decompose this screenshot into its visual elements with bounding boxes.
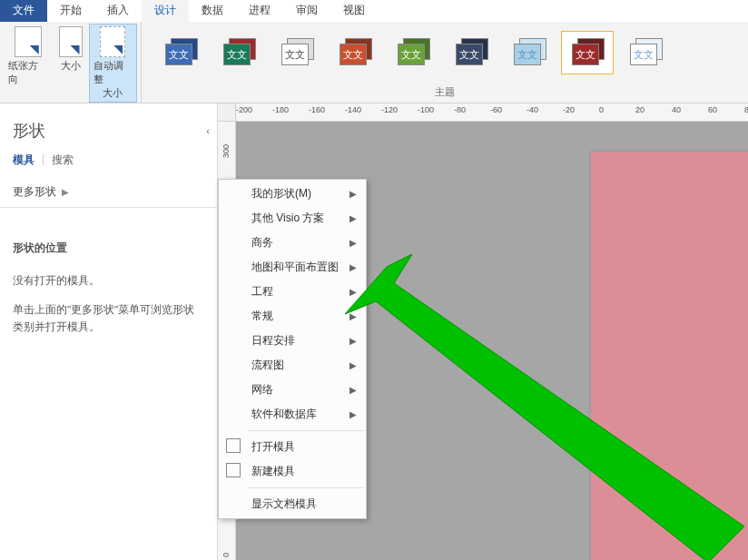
autosize-label-2: 大小 xyxy=(103,86,123,100)
menu-separator xyxy=(248,487,364,488)
theme-sample-text: 文文 xyxy=(630,44,657,65)
menu-new-stencil[interactable]: 新建模具 xyxy=(219,459,366,484)
open-stencil-icon xyxy=(226,438,241,453)
menu-software[interactable]: 软件和数据库▶ xyxy=(219,402,366,427)
theme-sample-text: 文文 xyxy=(281,44,309,65)
shapes-hint-text: 单击上面的"更多形状"菜单可浏览形状类别并打开模具。 xyxy=(13,301,204,335)
shapes-position-title: 形状的位置 xyxy=(13,241,204,256)
ribbon-group-themes: 文文文文文文文文文文文文文文文文文文 主题 xyxy=(142,22,748,103)
menu-business[interactable]: 商务▶ xyxy=(219,231,366,255)
ruler-tick: -60 xyxy=(490,105,502,114)
tab-review[interactable]: 审阅 xyxy=(283,0,330,22)
theme-swatch[interactable]: 文文 xyxy=(154,31,207,74)
menu-maps[interactable]: 地图和平面布置图▶ xyxy=(219,255,366,280)
submenu-icon: ▶ xyxy=(349,287,357,297)
ribbon-group-page-setup: 纸张方向 大小 自动调整 大小 页面设置 xyxy=(0,22,142,103)
no-open-stencil-text: 没有打开的模具。 xyxy=(13,272,204,289)
orientation-label: 纸张方向 xyxy=(8,59,48,86)
themes-group-label: 主题 xyxy=(145,85,744,101)
ruler-tick: -40 xyxy=(527,105,538,114)
theme-swatch[interactable]: 文文 xyxy=(271,31,323,74)
shapes-panel-title: 形状 xyxy=(0,103,217,147)
menu-network[interactable]: 网络▶ xyxy=(219,378,366,402)
tab-separator: | xyxy=(42,152,44,168)
more-shapes-menu: 我的形状(M)▶ 其他 Visio 方案▶ 商务▶ 地图和平面布置图▶ 工程▶ … xyxy=(218,179,367,519)
tab-file[interactable]: 文件 xyxy=(0,0,47,22)
size-label: 大小 xyxy=(61,59,81,73)
menu-open-stencil[interactable]: 打开模具 xyxy=(219,435,366,459)
horizontal-ruler: -200-180-160-140-120-100-80-60-40-200204… xyxy=(236,103,748,122)
tab-data[interactable]: 数据 xyxy=(189,0,236,22)
theme-gallery: 文文文文文文文文文文文文文文文文文文 xyxy=(145,24,744,78)
theme-swatch[interactable]: 文文 xyxy=(445,31,497,74)
submenu-icon: ▶ xyxy=(349,262,357,272)
ruler-tick: -160 xyxy=(309,105,325,114)
shapes-panel: 形状 ‹ 模具 | 搜索 更多形状 ▶ 形状的位置 没有打开的模具。 单击上面的… xyxy=(0,103,218,560)
theme-swatch[interactable]: 文文 xyxy=(619,31,672,74)
theme-swatch[interactable]: 文文 xyxy=(212,31,265,74)
tab-insert[interactable]: 插入 xyxy=(94,0,142,22)
drawing-page[interactable] xyxy=(590,151,748,560)
ruler-tick: 0 xyxy=(599,105,604,114)
theme-sample-text: 文文 xyxy=(572,44,599,65)
theme-sample-text: 文文 xyxy=(165,44,192,65)
autosize-button[interactable]: 自动调整 大小 xyxy=(89,24,138,103)
chevron-right-icon: ▶ xyxy=(62,187,69,197)
ruler-tick: -140 xyxy=(345,105,361,114)
theme-swatch[interactable]: 文文 xyxy=(329,31,381,74)
ruler-tick: 0 xyxy=(221,553,231,557)
ruler-tick: 300 xyxy=(221,144,231,158)
menu-engineering[interactable]: 工程▶ xyxy=(219,280,366,304)
submenu-icon: ▶ xyxy=(349,189,357,199)
theme-sample-text: 文文 xyxy=(398,44,425,65)
ruler-tick: -200 xyxy=(236,105,252,114)
ruler-tick: 60 xyxy=(708,105,717,114)
submenu-icon: ▶ xyxy=(349,336,357,346)
more-shapes-label: 更多形状 xyxy=(13,184,56,200)
ruler-tick: 40 xyxy=(672,105,681,114)
theme-sample-text: 文文 xyxy=(340,44,367,65)
ruler-tick: -100 xyxy=(418,105,434,114)
submenu-icon: ▶ xyxy=(349,360,357,370)
theme-swatch[interactable]: 文文 xyxy=(561,31,614,74)
more-shapes-item[interactable]: 更多形状 ▶ xyxy=(0,177,217,208)
ruler-tick: -80 xyxy=(454,105,466,114)
submenu-icon: ▶ xyxy=(349,385,357,395)
ruler-tick: -120 xyxy=(381,105,398,114)
submenu-icon: ▶ xyxy=(349,409,357,419)
shapes-panel-tabs: 模具 | 搜索 xyxy=(0,147,217,177)
theme-sample-text: 文文 xyxy=(456,44,483,65)
menu-show-doc-stencil[interactable]: 显示文档模具 xyxy=(219,492,366,516)
autosize-label-1: 自动调整 xyxy=(94,59,133,86)
shapes-panel-body: 形状的位置 没有打开的模具。 单击上面的"更多形状"菜单可浏览形状类别并打开模具… xyxy=(0,208,217,357)
theme-swatch[interactable]: 文文 xyxy=(503,31,556,74)
size-button[interactable]: 大小 xyxy=(54,24,87,103)
ruler-tick: -180 xyxy=(272,105,289,114)
ribbon: 纸张方向 大小 自动调整 大小 页面设置 文文文文文文文文文文文文文文文文文文 … xyxy=(0,22,748,103)
menu-schedule[interactable]: 日程安排▶ xyxy=(219,329,366,353)
menu-flowchart[interactable]: 流程图▶ xyxy=(219,353,366,378)
submenu-icon: ▶ xyxy=(349,311,357,321)
menu-other-visio[interactable]: 其他 Visio 方案▶ xyxy=(219,206,366,231)
stencil-tab[interactable]: 模具 xyxy=(13,152,34,168)
new-stencil-icon xyxy=(226,463,241,477)
menu-my-shapes[interactable]: 我的形状(M)▶ xyxy=(219,182,366,206)
ruler-tick: -20 xyxy=(563,105,575,114)
menu-general[interactable]: 常规▶ xyxy=(219,304,366,329)
ruler-corner xyxy=(218,103,236,122)
theme-sample-text: 文文 xyxy=(223,44,251,65)
menu-separator xyxy=(248,430,364,431)
ruler-tick: 80 xyxy=(744,105,748,114)
ruler-tick: 20 xyxy=(635,105,645,114)
theme-sample-text: 文文 xyxy=(514,44,541,65)
theme-swatch[interactable]: 文文 xyxy=(387,31,439,74)
tab-view[interactable]: 视图 xyxy=(330,0,378,22)
search-tab[interactable]: 搜索 xyxy=(52,152,74,168)
collapse-shapes-icon[interactable]: ‹ xyxy=(206,125,210,136)
tab-design[interactable]: 设计 xyxy=(142,0,189,22)
submenu-icon: ▶ xyxy=(349,213,357,223)
ribbon-tabs: 文件 开始 插入 设计 数据 进程 审阅 视图 xyxy=(0,0,748,22)
tab-process[interactable]: 进程 xyxy=(236,0,283,22)
orientation-button[interactable]: 纸张方向 xyxy=(4,24,53,103)
tab-start[interactable]: 开始 xyxy=(47,0,94,22)
